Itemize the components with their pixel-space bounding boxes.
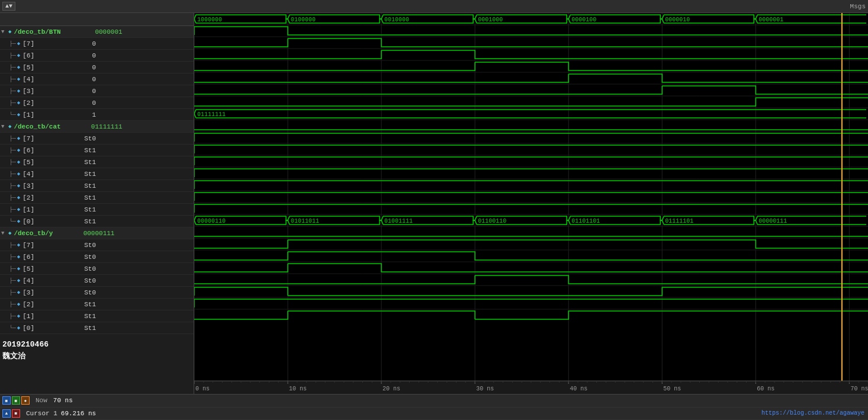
waveform-canvas[interactable] bbox=[194, 13, 868, 394]
collapse-btn-cat[interactable]: ▼ bbox=[1, 124, 7, 130]
signal-row-btn-5[interactable]: ├─ ◆ [5] 0 bbox=[0, 62, 194, 73]
signal-list: ▼ ◆ /deco_tb/BTN 0000001 ├─ ◆ [7] 0 ├─ ◆ bbox=[0, 26, 194, 394]
status-icon-2[interactable]: ■ bbox=[12, 396, 20, 405]
signal-row-cat-2[interactable]: ├─ ◆ [2] St1 bbox=[0, 192, 194, 204]
signal-name-cat-3: [3] bbox=[21, 182, 34, 190]
signal-name-btn-group: /deco_tb/BTN bbox=[12, 28, 60, 36]
signal-value-cat-3: St1 bbox=[34, 182, 99, 190]
signal-name-cat-2: [2] bbox=[21, 194, 34, 201]
signal-row-cat-7[interactable]: ├─ ◆ [7] St0 bbox=[0, 133, 194, 145]
signal-value-y-group: 00000111 bbox=[53, 230, 118, 237]
cursor-label: Cursor 1 bbox=[22, 410, 61, 417]
signal-value-btn-group: 0000001 bbox=[61, 28, 126, 36]
signal-value-cat-group: 01111111 bbox=[61, 123, 126, 130]
status-icons: ■ ■ ● bbox=[0, 396, 32, 405]
signal-name-y-6: [6] bbox=[21, 254, 34, 261]
signal-name-y-3: [3] bbox=[21, 289, 34, 296]
signal-name-cat-1: [1] bbox=[21, 206, 34, 213]
now-value: 70 ns bbox=[51, 397, 75, 404]
signal-name-y-group: /deco_tb/y bbox=[12, 230, 53, 237]
signal-value-cat-2: St1 bbox=[34, 194, 99, 201]
toolbar: ▲▼ Msgs bbox=[0, 0, 868, 13]
waveform-area[interactable] bbox=[194, 13, 868, 394]
signal-row-y-6[interactable]: ├─ ◆ [6] St0 bbox=[0, 251, 194, 263]
signal-name-btn-4: [4] bbox=[21, 76, 34, 83]
signal-value-cat-1: St1 bbox=[34, 206, 99, 213]
signal-name-y-2: [2] bbox=[21, 301, 34, 308]
toolbar-icon1[interactable]: ▲▼ bbox=[2, 2, 15, 11]
status-bar: ■ ■ ● Now 70 ns ▲ ■ Cursor 1 69.216 ns h… bbox=[0, 394, 868, 420]
collapse-btn-btn[interactable]: ▼ bbox=[1, 29, 7, 35]
toolbar-msgs-label: Msgs bbox=[850, 3, 866, 10]
signal-value-y-2: St1 bbox=[34, 301, 99, 308]
signal-row-y-1[interactable]: ├─ ◆ [1] St1 bbox=[0, 310, 194, 322]
signal-name-cat-5: [5] bbox=[21, 159, 34, 166]
signal-value-btn-2: 0 bbox=[34, 100, 99, 107]
signal-row-y-3[interactable]: ├─ ◆ [3] St0 bbox=[0, 287, 194, 299]
signal-value-y-5: St0 bbox=[34, 265, 99, 272]
signal-name-btn-7: [7] bbox=[21, 40, 34, 47]
signal-name-btn-2: [2] bbox=[21, 100, 34, 107]
watermark: 2019210466 魏文治 bbox=[0, 334, 194, 363]
signal-name-y-4: [4] bbox=[21, 277, 34, 284]
status-icon-5[interactable]: ■ bbox=[12, 409, 20, 418]
signal-value-btn-1: 1 bbox=[34, 111, 99, 118]
signal-value-y-4: St0 bbox=[34, 277, 99, 284]
signal-row-y-7[interactable]: ├─ ◆ [7] St0 bbox=[0, 239, 194, 251]
signal-value-btn-3: 0 bbox=[34, 88, 99, 95]
signal-row-cat-1[interactable]: ├─ ◆ [1] St1 bbox=[0, 204, 194, 216]
signal-name-cat-6: [6] bbox=[21, 147, 34, 154]
signal-row-btn-4[interactable]: ├─ ◆ [4] 0 bbox=[0, 73, 194, 85]
status-icon-4[interactable]: ▲ bbox=[2, 409, 11, 418]
watermark-line2: 魏文治 bbox=[2, 351, 191, 363]
status-row-1: ■ ■ ● Now 70 ns bbox=[0, 395, 868, 408]
signal-row-btn-1[interactable]: └─ ◆ [1] 1 bbox=[0, 109, 194, 121]
signal-value-cat-6: St1 bbox=[34, 147, 99, 154]
signal-row-cat-group[interactable]: ▼ ◆ /deco_tb/cat 01111111 bbox=[0, 121, 194, 133]
signal-row-cat-5[interactable]: ├─ ◆ [5] St1 bbox=[0, 156, 194, 168]
signal-value-y-6: St0 bbox=[34, 254, 99, 261]
signal-row-y-5[interactable]: ├─ ◆ [5] St0 bbox=[0, 263, 194, 275]
signal-name-btn-6: [6] bbox=[21, 52, 34, 59]
main-area: ▼ ◆ /deco_tb/BTN 0000001 ├─ ◆ [7] 0 ├─ ◆ bbox=[0, 13, 868, 394]
signal-name-y-1: [1] bbox=[21, 313, 34, 320]
signal-row-y-2[interactable]: ├─ ◆ [2] St1 bbox=[0, 299, 194, 310]
status-icon-3[interactable]: ● bbox=[21, 396, 30, 405]
signal-value-btn-5: 0 bbox=[34, 64, 99, 71]
signal-name-cat-group: /deco_tb/cat bbox=[12, 123, 60, 130]
signal-row-y-group[interactable]: ▼ ◆ /deco_tb/y 00000111 bbox=[0, 227, 194, 239]
signal-name-btn-3: [3] bbox=[21, 88, 34, 95]
signal-row-cat-4[interactable]: ├─ ◆ [4] St1 bbox=[0, 168, 194, 180]
status-row-2: ▲ ■ Cursor 1 69.216 ns https://blog.csdn… bbox=[0, 408, 868, 421]
status-icon-1[interactable]: ■ bbox=[2, 396, 11, 405]
signal-row-btn-3[interactable]: ├─ ◆ [3] 0 bbox=[0, 85, 194, 97]
signal-row-cat-6[interactable]: ├─ ◆ [6] St1 bbox=[0, 145, 194, 156]
signal-value-cat-7: St0 bbox=[34, 135, 99, 142]
signal-value-cat-5: St1 bbox=[34, 159, 99, 166]
signal-value-cat-4: St1 bbox=[34, 171, 99, 178]
signal-value-btn-7: 0 bbox=[34, 40, 99, 47]
collapse-btn-y[interactable]: ▼ bbox=[1, 230, 7, 236]
signal-value-btn-4: 0 bbox=[34, 76, 99, 83]
signal-value-btn-6: 0 bbox=[34, 52, 99, 59]
signal-name-btn-5: [5] bbox=[21, 64, 34, 71]
signal-value-y-1: St1 bbox=[34, 313, 99, 320]
signal-name-y-7: [7] bbox=[21, 242, 34, 249]
signal-name-y-0: [0] bbox=[21, 325, 34, 332]
signal-row-cat-3[interactable]: ├─ ◆ [3] St1 bbox=[0, 180, 194, 192]
signal-value-y-0: St1 bbox=[34, 325, 99, 332]
signal-row-y-4[interactable]: ├─ ◆ [4] St0 bbox=[0, 275, 194, 287]
cursor-value: 69.216 ns bbox=[61, 410, 96, 417]
signal-row-cat-0[interactable]: └─ ◆ [0] St1 bbox=[0, 216, 194, 227]
signal-name-y-5: [5] bbox=[21, 265, 34, 272]
signal-row-btn-2[interactable]: ├─ ◆ [2] 0 bbox=[0, 97, 194, 109]
signal-row-btn-group[interactable]: ▼ ◆ /deco_tb/BTN 0000001 bbox=[0, 26, 194, 38]
status-icons-2: ▲ ■ bbox=[0, 409, 22, 418]
signal-name-btn-1: [1] bbox=[21, 111, 34, 118]
signal-row-y-0[interactable]: └─ ◆ [0] St1 bbox=[0, 322, 194, 334]
signal-header bbox=[0, 13, 194, 26]
now-label: Now bbox=[32, 397, 51, 404]
signal-row-btn-6[interactable]: ├─ ◆ [6] 0 bbox=[0, 50, 194, 62]
signal-value-y-7: St0 bbox=[34, 242, 99, 249]
signal-row-btn-7[interactable]: ├─ ◆ [7] 0 bbox=[0, 38, 194, 50]
